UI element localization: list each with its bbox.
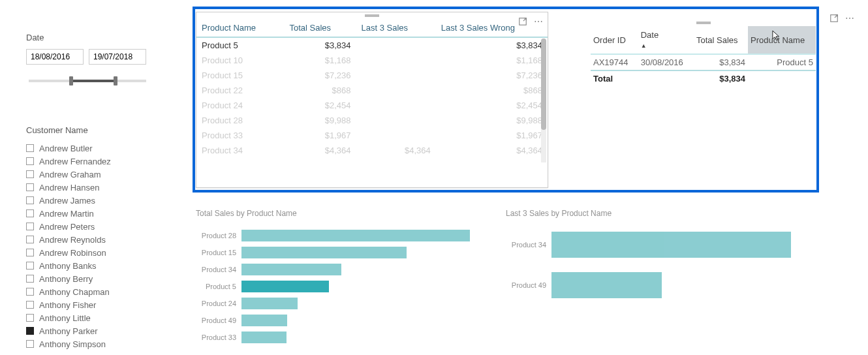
- scrollbar-thumb[interactable]: [541, 39, 546, 130]
- table-row[interactable]: Product 49$2,008$2,008$2,008: [196, 158, 548, 162]
- vertical-scrollbar[interactable]: [541, 39, 546, 162]
- customer-name-text: Andrew Robinson: [39, 248, 106, 258]
- table-row[interactable]: Product 34$4,364$4,364$4,364: [196, 143, 548, 158]
- customer-checkbox-item[interactable]: Andrew James: [26, 194, 173, 207]
- bar-row[interactable]: Product 24: [196, 295, 470, 312]
- customer-checkbox-item[interactable]: Anthony Parker: [26, 324, 173, 337]
- bar-row[interactable]: Product 34: [506, 227, 793, 262]
- checkbox-icon[interactable]: [26, 275, 34, 283]
- column-header[interactable]: Total Sales: [285, 19, 356, 37]
- customer-checkbox-item[interactable]: Andrew Robinson: [26, 246, 173, 259]
- bar-track: [241, 330, 470, 345]
- customer-checkbox-item[interactable]: Anthony Chapman: [26, 285, 173, 298]
- customer-name-text: Andrew Fernandez: [39, 157, 111, 166]
- checkbox-icon[interactable]: [26, 301, 34, 309]
- bar-row[interactable]: Product 15: [196, 244, 470, 261]
- customer-checkbox-item[interactable]: Andrew Peters: [26, 220, 173, 233]
- bar-row[interactable]: Product 49: [506, 268, 793, 303]
- product-sales-table-visual[interactable]: ⋯ Product NameTotal SalesLast 3 SalesLas…: [196, 12, 548, 188]
- cell: 30/08/2016: [638, 54, 694, 70]
- column-header[interactable]: Product Name: [748, 26, 816, 54]
- cell: Product 5: [748, 54, 816, 70]
- cell: $4,364: [356, 143, 436, 158]
- cell: Product 22: [196, 83, 285, 98]
- chart-title: Total Sales by Product Name: [196, 209, 470, 218]
- checkbox-icon[interactable]: [26, 340, 34, 348]
- column-header[interactable]: Last 3 Sales: [356, 19, 436, 37]
- cell: $3,834: [694, 54, 748, 70]
- order-details-table[interactable]: Order IDDate▲Total SalesProduct Name AX1…: [591, 26, 816, 86]
- cell: $9,988: [436, 113, 548, 128]
- checkbox-icon[interactable]: [26, 183, 34, 191]
- table-row[interactable]: Product 15$7,236$7,236: [196, 68, 548, 83]
- column-header[interactable]: Date▲: [638, 26, 694, 54]
- bar-label: Product 49: [506, 281, 551, 289]
- customer-name-text: Andrew Martin: [39, 209, 94, 219]
- date-range-slider[interactable]: [29, 72, 146, 89]
- checkbox-icon[interactable]: [26, 249, 34, 256]
- order-details-table-visual[interactable]: Order IDDate▲Total SalesProduct Name AX1…: [591, 20, 816, 189]
- customer-checkbox-item[interactable]: Anthony Little: [26, 311, 173, 324]
- cell: $1,168: [436, 53, 548, 68]
- drag-handle[interactable]: [196, 12, 548, 19]
- customer-checkbox-item[interactable]: Andrew Graham: [26, 168, 173, 181]
- checkbox-icon[interactable]: [26, 209, 34, 217]
- customer-checkbox-item[interactable]: Anthony Fisher: [26, 298, 173, 311]
- table-row[interactable]: Product 33$1,967$1,967: [196, 128, 548, 143]
- checkbox-icon[interactable]: [26, 314, 34, 322]
- checkbox-icon[interactable]: [26, 170, 34, 178]
- column-header[interactable]: Last 3 Sales Wrong: [436, 19, 548, 37]
- total-sales-bar-chart[interactable]: Total Sales by Product Name Product 28Pr…: [196, 209, 470, 346]
- column-header[interactable]: Product Name: [196, 19, 285, 37]
- customer-checkbox-item[interactable]: Andrew Martin: [26, 207, 173, 220]
- cell: $2,008: [356, 158, 436, 162]
- table-row[interactable]: Product 5$3,834$3,834: [196, 37, 548, 53]
- checkbox-icon[interactable]: [26, 327, 34, 335]
- checkbox-icon[interactable]: [26, 236, 34, 243]
- checkbox-icon[interactable]: [26, 262, 34, 270]
- cell: [356, 113, 436, 128]
- checkbox-icon[interactable]: [26, 144, 34, 152]
- column-header[interactable]: Total Sales: [694, 26, 748, 54]
- date-to-input[interactable]: [89, 49, 146, 65]
- table-row[interactable]: Product 10$1,168$1,168: [196, 53, 548, 68]
- cell: $1,967: [436, 128, 548, 143]
- slider-handle-end[interactable]: [114, 76, 117, 85]
- bar-row[interactable]: Product 34: [196, 261, 470, 278]
- customer-checkbox-item[interactable]: Anthony Berry: [26, 272, 173, 285]
- bar-fill: [551, 272, 662, 298]
- more-options-icon[interactable]: ⋯: [845, 13, 855, 23]
- checkbox-icon[interactable]: [26, 223, 34, 230]
- customer-checkbox-item[interactable]: Andrew Fernandez: [26, 155, 173, 168]
- customer-checkbox-item[interactable]: Andrew Reynolds: [26, 233, 173, 246]
- customer-checkbox-item[interactable]: Andrew Hansen: [26, 181, 173, 194]
- bar-fill: [241, 264, 341, 275]
- customer-name-text: Anthony Chapman: [39, 287, 110, 297]
- table-row[interactable]: Product 24$2,454$2,454: [196, 98, 548, 113]
- table-row[interactable]: Product 22$868$868: [196, 83, 548, 98]
- cell: Product 10: [196, 53, 285, 68]
- drag-handle[interactable]: [591, 20, 816, 26]
- checkbox-icon[interactable]: [26, 288, 34, 296]
- bar-label: Product 28: [196, 232, 241, 239]
- slider-handle-start[interactable]: [69, 76, 73, 85]
- bar-row[interactable]: Product 5: [196, 278, 470, 295]
- bar-row[interactable]: Product 28: [196, 227, 470, 244]
- customer-name-text: Andrew Graham: [39, 170, 101, 179]
- cell: $4,364: [436, 143, 548, 158]
- cell: [356, 53, 436, 68]
- checkbox-icon[interactable]: [26, 157, 34, 165]
- customer-checkbox-item[interactable]: Anthony Simpson: [26, 337, 173, 350]
- focus-mode-icon[interactable]: [829, 13, 839, 23]
- checkbox-icon[interactable]: [26, 196, 34, 204]
- table-row[interactable]: Product 28$9,988$9,988: [196, 113, 548, 128]
- table-row[interactable]: AX1974430/08/2016$3,834Product 5: [591, 54, 816, 70]
- bar-row[interactable]: Product 33: [196, 329, 470, 346]
- last3-sales-bar-chart[interactable]: Last 3 Sales by Product Name Product 34P…: [506, 209, 793, 346]
- customer-checkbox-item[interactable]: Andrew Butler: [26, 142, 173, 155]
- column-header[interactable]: Order ID: [591, 26, 638, 54]
- bar-row[interactable]: Product 49: [196, 312, 470, 329]
- date-from-input[interactable]: [26, 49, 84, 65]
- customer-checkbox-item[interactable]: Anthony Banks: [26, 259, 173, 272]
- product-sales-table[interactable]: Product NameTotal SalesLast 3 SalesLast …: [196, 19, 548, 162]
